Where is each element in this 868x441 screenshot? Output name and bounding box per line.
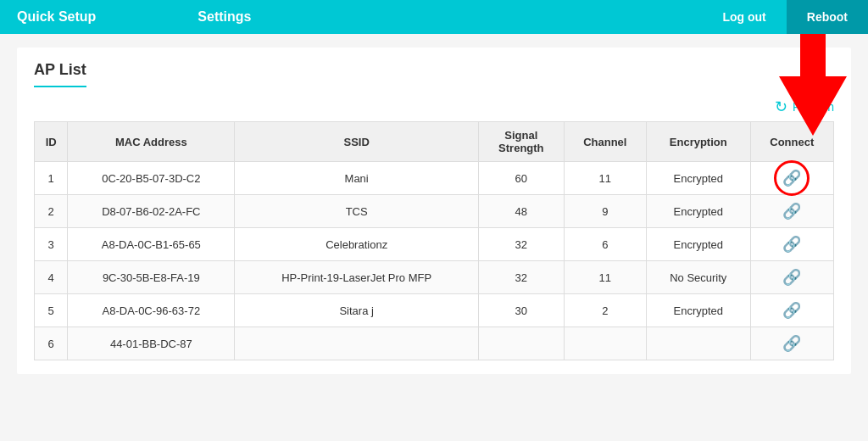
- cell-signal: 30: [479, 294, 565, 327]
- cell-channel: 11: [564, 261, 646, 294]
- cell-ssid: Celebrationz: [235, 228, 479, 261]
- cell-id: 6: [35, 327, 68, 360]
- cell-mac: D8-07-B6-02-2A-FC: [68, 195, 235, 228]
- table-row: 5 A8-DA-0C-96-63-72 Sitara j 30 2 Encryp…: [35, 294, 834, 327]
- cell-connect: 🔗: [750, 162, 833, 195]
- cell-signal: [479, 327, 565, 360]
- page-title: AP List: [34, 61, 86, 87]
- cell-channel: [564, 327, 646, 360]
- connect-icon[interactable]: 🔗: [782, 202, 801, 220]
- logout-button[interactable]: Log out: [702, 0, 786, 34]
- col-encryption: Encryption: [647, 122, 751, 162]
- cell-id: 5: [35, 294, 68, 327]
- col-connect: Connect: [750, 122, 833, 162]
- table-row: 6 44-01-BB-DC-87 🔗: [35, 327, 834, 360]
- cell-encryption: Encrypted: [647, 162, 751, 195]
- cell-mac: 0C-20-B5-07-3D-C2: [68, 162, 235, 195]
- nav-settings[interactable]: Settings: [198, 9, 251, 25]
- cell-ssid: HP-Print-19-LaserJet Pro MFP: [235, 261, 479, 294]
- connect-icon[interactable]: 🔗: [782, 301, 801, 320]
- col-channel: Channel: [564, 122, 646, 162]
- cell-channel: 2: [564, 294, 646, 327]
- table-row: 4 9C-30-5B-E8-FA-19 HP-Print-19-LaserJet…: [35, 261, 834, 294]
- cell-signal: 32: [479, 228, 565, 261]
- table-row: 2 D8-07-B6-02-2A-FC TCS 48 9 Encrypted 🔗: [35, 195, 834, 228]
- col-signal: SignalStrength: [479, 122, 565, 162]
- cell-encryption: [647, 327, 751, 360]
- refresh-label[interactable]: Refresh: [793, 100, 834, 114]
- connect-icon[interactable]: 🔗: [782, 268, 801, 287]
- cell-connect: 🔗: [750, 327, 833, 360]
- connect-icon-circled[interactable]: 🔗: [782, 169, 801, 187]
- cell-mac: 9C-30-5B-E8-FA-19: [68, 261, 235, 294]
- cell-id: 1: [35, 162, 68, 195]
- cell-encryption: Encrypted: [647, 228, 751, 261]
- refresh-icon[interactable]: ↻: [775, 98, 787, 116]
- cell-channel: 6: [564, 228, 646, 261]
- cell-connect: 🔗: [750, 294, 833, 327]
- cell-id: 2: [35, 195, 68, 228]
- table-row: 1 0C-20-B5-07-3D-C2 Mani 60 11 Encrypted…: [35, 162, 834, 195]
- cell-ssid: TCS: [235, 195, 479, 228]
- cell-connect: 🔗: [750, 228, 833, 261]
- col-mac: MAC Address: [68, 122, 235, 162]
- cell-ssid: [235, 327, 479, 360]
- nav-right: Log out Reboot: [702, 0, 868, 34]
- cell-mac: A8-DA-0C-B1-65-65: [68, 228, 235, 261]
- navbar: Quick Setup Settings Log out Reboot: [0, 0, 868, 34]
- ap-list-table: ID MAC Address SSID SignalStrength Chann…: [34, 121, 834, 360]
- cell-id: 4: [35, 261, 68, 294]
- cell-encryption: Encrypted: [647, 294, 751, 327]
- main-content: AP List ↻ Refresh ID MAC Address SSID Si…: [17, 47, 851, 374]
- cell-ssid: Sitara j: [235, 294, 479, 327]
- table-row: 3 A8-DA-0C-B1-65-65 Celebrationz 32 6 En…: [35, 228, 834, 261]
- cell-mac: A8-DA-0C-96-63-72: [68, 294, 235, 327]
- cell-encryption: Encrypted: [647, 195, 751, 228]
- col-id: ID: [35, 122, 68, 162]
- cell-mac: 44-01-BB-DC-87: [68, 327, 235, 360]
- cell-channel: 11: [564, 162, 646, 195]
- col-ssid: SSID: [235, 122, 479, 162]
- cell-signal: 32: [479, 261, 565, 294]
- nav-quick-setup[interactable]: Quick Setup: [17, 9, 96, 25]
- cell-signal: 60: [479, 162, 565, 195]
- cell-connect: 🔗: [750, 261, 833, 294]
- connect-icon[interactable]: 🔗: [782, 334, 801, 353]
- table-header-row: ID MAC Address SSID SignalStrength Chann…: [35, 122, 834, 162]
- cell-encryption: No Security: [647, 261, 751, 294]
- cell-connect: 🔗: [750, 195, 833, 228]
- cell-channel: 9: [564, 195, 646, 228]
- connect-icon[interactable]: 🔗: [782, 235, 801, 254]
- cell-ssid: Mani: [235, 162, 479, 195]
- reboot-button[interactable]: Reboot: [787, 0, 868, 34]
- cell-id: 3: [35, 228, 68, 261]
- cell-signal: 48: [479, 195, 565, 228]
- toolbar: ↻ Refresh: [34, 98, 834, 116]
